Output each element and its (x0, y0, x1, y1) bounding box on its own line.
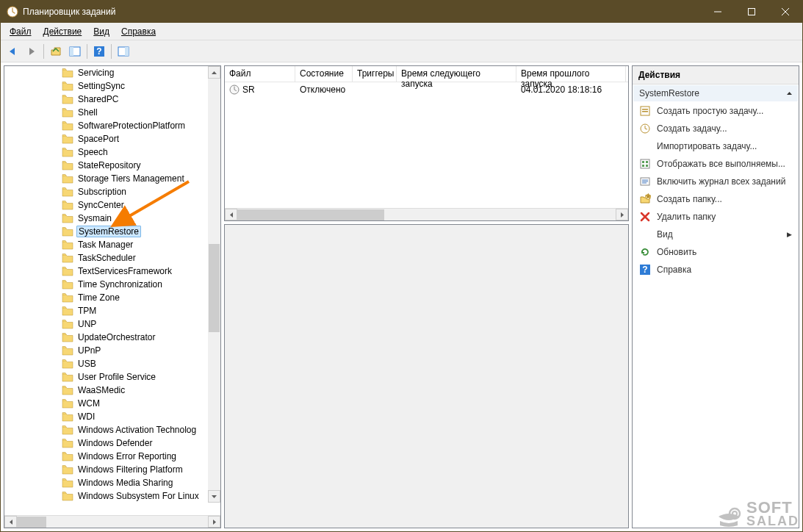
show-hide-actions-button[interactable] (115, 43, 132, 60)
scroll-right-arrow[interactable] (208, 516, 220, 528)
tree-item[interactable]: TaskScheduler (4, 251, 220, 265)
tree-item[interactable]: SpacePort (4, 132, 220, 145)
action-item-delete[interactable]: Удалить папку (633, 208, 798, 226)
tree-item[interactable]: Storage Tiers Management (4, 172, 220, 185)
column-header[interactable]: Файл (225, 66, 295, 82)
collapse-arrow-icon (787, 92, 792, 95)
tree-item-label: SoftwareProtectionPlatform (76, 121, 187, 131)
show-hide-tree-button[interactable] (66, 43, 84, 60)
action-item-create[interactable]: Создать задачу... (633, 120, 798, 137)
action-label: Создать папку... (657, 194, 722, 204)
close-button[interactable] (768, 1, 802, 23)
tree-item[interactable]: WCM (4, 397, 220, 410)
column-header[interactable]: Время следующего запуска (397, 66, 516, 82)
up-button[interactable] (47, 43, 65, 60)
tree-item[interactable]: WDI (4, 410, 220, 423)
tree-item-label: SyncCenter (76, 200, 126, 210)
action-item-view[interactable]: Вид (633, 226, 798, 243)
tree-item[interactable]: TextServicesFramework (4, 265, 220, 278)
task-list: ФайлСостояниеТриггерыВремя следующего за… (224, 65, 629, 221)
display-all-icon (639, 158, 651, 170)
action-item-refresh[interactable]: Обновить (633, 243, 798, 261)
scroll-down-arrow[interactable] (208, 490, 220, 503)
maximize-button[interactable] (735, 1, 768, 23)
column-header[interactable]: Состояние (295, 66, 353, 82)
tree-item-label: User Profile Service (76, 372, 157, 382)
scroll-up-arrow[interactable] (208, 66, 220, 79)
tree-item-label: SpacePort (76, 134, 120, 144)
scroll-left-arrow[interactable] (225, 209, 237, 220)
scroll-left-arrow[interactable] (4, 516, 17, 528)
tree-item[interactable]: Servicing (4, 66, 220, 79)
column-header[interactable]: Триггеры (353, 66, 397, 82)
tasklist-horizontal-scrollbar[interactable] (225, 208, 628, 220)
tree-item[interactable]: WaaSMedic (4, 384, 220, 397)
help-button[interactable]: ? (90, 43, 108, 60)
menu-file[interactable]: Файл (4, 25, 37, 38)
svg-rect-11 (642, 109, 648, 110)
scroll-thumb[interactable] (17, 517, 46, 528)
actions-group-label: SystemRestore (639, 88, 699, 98)
forward-button[interactable] (23, 43, 40, 60)
tree-list[interactable]: ServicingSettingSyncSharedPCShellSoftwar… (4, 66, 220, 515)
svg-rect-1 (749, 9, 755, 15)
tree-item[interactable]: Shell (4, 106, 220, 119)
tree-item[interactable]: Sysmain (4, 212, 220, 225)
tree-pane: ServicingSettingSyncSharedPCShellSoftwar… (4, 65, 221, 528)
back-button[interactable] (4, 43, 21, 60)
tree-item[interactable]: Time Synchronization (4, 278, 220, 291)
enable-history-icon (639, 176, 651, 187)
action-label: Вид (657, 229, 673, 240)
tree-item[interactable]: SyncCenter (4, 198, 220, 212)
action-item-import[interactable]: Импортировать задачу... (633, 137, 798, 155)
column-header[interactable]: Время прошлого запуска (516, 66, 626, 82)
tree-item-label: StateRepository (76, 160, 142, 170)
menu-action[interactable]: Действие (37, 25, 88, 38)
tree-item[interactable]: Windows Filtering Platform (4, 463, 220, 476)
tree-item[interactable]: Windows Defender (4, 436, 220, 450)
detail-pane (224, 224, 629, 528)
tree-item[interactable]: StateRepository (4, 159, 220, 172)
scroll-thumb[interactable] (209, 244, 220, 332)
help-icon: ? (639, 264, 651, 276)
action-item-enable-history[interactable]: Включить журнал всех заданий (633, 173, 798, 190)
create-icon (639, 123, 651, 134)
menu-help[interactable]: Справка (115, 25, 162, 38)
actions-group-header[interactable]: SystemRestore (633, 85, 798, 101)
action-item-new-folder[interactable]: ★Создать папку... (633, 190, 798, 208)
scroll-thumb[interactable] (237, 209, 384, 220)
tree-item[interactable]: Task Manager (4, 238, 220, 251)
menu-view[interactable]: Вид (87, 25, 115, 38)
scroll-right-arrow[interactable] (616, 209, 628, 220)
tree-item[interactable]: TPM (4, 304, 220, 317)
tree-item[interactable]: SharedPC (4, 93, 220, 106)
action-item-display-all[interactable]: Отображать все выполняемы... (633, 155, 798, 173)
tree-item[interactable]: Speech (4, 145, 220, 159)
tree-item[interactable]: SettingSync (4, 79, 220, 93)
action-item-create-basic[interactable]: Создать простую задачу... (633, 102, 798, 120)
tree-item[interactable]: User Profile Service (4, 370, 220, 384)
tree-vertical-scrollbar[interactable] (208, 66, 220, 503)
tree-item[interactable]: UpdateOrchestrator (4, 331, 220, 344)
tree-item[interactable]: UNP (4, 317, 220, 331)
task-row[interactable]: SRОтключено04.01.2020 18:18:16 (225, 82, 628, 97)
action-item-help[interactable]: ?Справка (633, 261, 798, 278)
tree-item[interactable]: USB (4, 357, 220, 370)
tree-item[interactable]: Windows Error Reporting (4, 450, 220, 463)
tree-item[interactable]: SoftwareProtectionPlatform (4, 119, 220, 132)
tree-item[interactable]: Windows Activation Technolog (4, 423, 220, 436)
tree-item[interactable]: Windows Media Sharing (4, 476, 220, 489)
minimize-button[interactable] (701, 1, 735, 23)
tree-horizontal-scrollbar[interactable] (4, 515, 220, 528)
tree-item-label: SettingSync (76, 81, 126, 91)
tree-item[interactable]: UPnP (4, 344, 220, 357)
tree-item-label: Task Manager (76, 240, 134, 250)
tree-item-label: WaaSMedic (76, 385, 126, 395)
tree-item[interactable]: Time Zone (4, 291, 220, 304)
tree-item-label: TPM (76, 306, 98, 316)
tree-item[interactable]: Windows Subsystem For Linux (4, 489, 220, 503)
tree-item[interactable]: Subscription (4, 185, 220, 198)
tree-item[interactable]: SystemRestore (4, 225, 220, 238)
svg-rect-3 (70, 47, 73, 56)
task-list-body[interactable]: SRОтключено04.01.2020 18:18:16 (225, 82, 628, 208)
